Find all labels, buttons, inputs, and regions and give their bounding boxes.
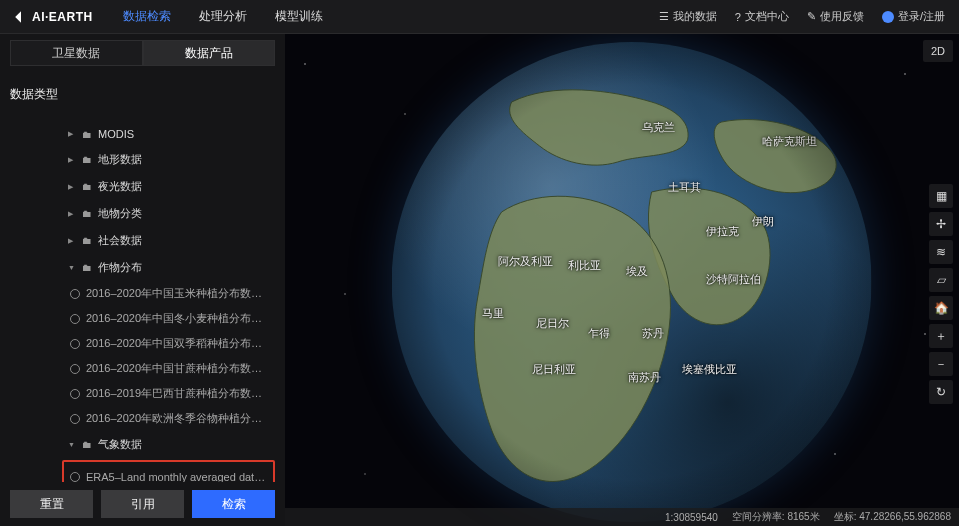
cat-modis[interactable]: ▶🖿MODIS — [66, 122, 275, 146]
folder-icon: 🖿 — [82, 235, 92, 246]
label-ssudan: 南苏丹 — [628, 370, 661, 385]
tool-zoom-in[interactable]: ＋ — [929, 324, 953, 348]
zoom-in-icon: ＋ — [935, 328, 947, 345]
label-libya: 利比亚 — [568, 258, 601, 273]
data-type-label: 数据类型 — [10, 86, 58, 103]
reset-button[interactable]: 重置 — [10, 490, 93, 518]
tool-layers[interactable]: ≋ — [929, 240, 953, 264]
cat-nightlight[interactable]: ▶🖿夜光数据 — [66, 173, 275, 200]
category-tree: ▶🖿MODIS ▶🖿地形数据 ▶🖿夜光数据 ▶🖿地物分类 ▶🖿社会数据 ▼🖿作物… — [0, 122, 285, 482]
radio-icon — [70, 364, 80, 374]
tool-refresh[interactable]: ↻ — [929, 380, 953, 404]
subtab-products[interactable]: 数据产品 — [143, 40, 276, 66]
cat-meteo[interactable]: ▼🖿气象数据 — [66, 431, 275, 458]
status-bar: 1:30859540 空间分辨率: 8165米 坐标: 47.28266,55.… — [285, 508, 959, 526]
topbar-right: ☰我的数据 ?文档中心 ✎使用反馈 登录/注册 — [659, 9, 945, 24]
crop-items: 2016–2020年中国玉米种植分布数据集（裴文平教… 2016–2020年中国… — [68, 281, 275, 431]
list-item[interactable]: 2016–2020年中国双季稻种植分布数据集（裴文平… — [68, 331, 275, 356]
search-button[interactable]: 检索 — [192, 490, 275, 518]
list-item[interactable]: 2016–2020年中国甘蔗种植分布数据集（裴文平教… — [68, 356, 275, 381]
label-algeria: 阿尔及利亚 — [498, 254, 553, 269]
topbar-login[interactable]: 登录/注册 — [882, 9, 945, 24]
globe-icon — [882, 11, 894, 23]
caret-right-icon: ▶ — [68, 210, 76, 218]
caret-right-icon: ▶ — [68, 130, 76, 138]
caret-right-icon: ▶ — [68, 183, 76, 191]
tool-draw[interactable]: ▱ — [929, 268, 953, 292]
sidebar: 卫星数据 数据产品 数据类型 ▶🖿MODIS ▶🖿地形数据 ▶🖿夜光数据 ▶🖿地… — [0, 34, 285, 526]
list-item[interactable]: 2016–2020年欧洲冬季谷物种植分布数据集（裴文… — [68, 406, 275, 431]
label-iran: 伊朗 — [752, 214, 774, 229]
cat-landcover[interactable]: ▶🖿地物分类 — [66, 200, 275, 227]
view-toggle-2d[interactable]: 2D — [923, 40, 953, 62]
feedback-icon: ✎ — [807, 10, 816, 23]
radio-icon — [70, 314, 80, 324]
fullscreen-icon: ✢ — [936, 217, 946, 231]
cite-button[interactable]: 引用 — [101, 490, 184, 518]
folder-icon: 🖿 — [82, 154, 92, 165]
list-item[interactable]: ERA5–Land monthly averaged data by hour … — [68, 466, 269, 482]
logo-icon — [14, 10, 28, 24]
label-mali: 马里 — [482, 306, 504, 321]
nav-train[interactable]: 模型训练 — [275, 8, 323, 25]
bottom-actions: 重置 引用 检索 — [0, 482, 285, 526]
logo: AI·EARTH — [14, 10, 93, 24]
label-sudan: 苏丹 — [642, 326, 664, 341]
caret-right-icon: ▶ — [68, 237, 76, 245]
label-kazakhstan: 哈萨克斯坦 — [762, 134, 817, 149]
refresh-icon: ↻ — [936, 385, 946, 399]
nav-process[interactable]: 处理分析 — [199, 8, 247, 25]
label-saudi: 沙特阿拉伯 — [706, 272, 761, 287]
zoom-out-icon: － — [935, 356, 947, 373]
label-turkey: 土耳其 — [668, 180, 701, 195]
main-nav: 数据检索 处理分析 模型训练 — [123, 8, 659, 25]
tool-grid[interactable]: ▦ — [929, 184, 953, 208]
topbar-mydata[interactable]: ☰我的数据 — [659, 9, 717, 24]
map-toolbox: ▦ ✢ ≋ ▱ 🏠 ＋ － ↻ — [929, 184, 953, 404]
cat-social[interactable]: ▶🖿社会数据 — [66, 227, 275, 254]
landmass-overlay — [392, 42, 872, 522]
map-viewport[interactable]: 乌克兰 哈萨克斯坦 土耳其 伊朗 伊拉克 沙特阿拉伯 埃及 利比亚 阿尔及利亚 … — [285, 34, 959, 526]
folder-icon: 🖿 — [82, 208, 92, 219]
cat-terrain[interactable]: ▶🖿地形数据 — [66, 146, 275, 173]
help-icon: ? — [735, 11, 741, 23]
status-coords: 坐标: 47.28266,55.962868 — [834, 510, 951, 524]
caret-right-icon: ▶ — [68, 156, 76, 164]
tool-home[interactable]: 🏠 — [929, 296, 953, 320]
folder-icon: 🖿 — [82, 439, 92, 450]
label-niger: 尼日尔 — [536, 316, 569, 331]
radio-icon — [70, 472, 80, 482]
subtab-satellite[interactable]: 卫星数据 — [10, 40, 143, 66]
subtabs: 卫星数据 数据产品 — [0, 34, 285, 72]
list-item[interactable]: 2016–2019年巴西甘蔗种植分布数据集（裴拉文… — [68, 381, 275, 406]
tool-zoom-out[interactable]: － — [929, 352, 953, 376]
topbar-docs[interactable]: ?文档中心 — [735, 9, 789, 24]
meteo-items-highlight: ERA5–Land monthly averaged data by hour … — [62, 460, 275, 482]
status-scale: 1:30859540 — [665, 512, 718, 523]
topbar-feedback[interactable]: ✎使用反馈 — [807, 9, 864, 24]
draw-icon: ▱ — [937, 273, 946, 287]
label-iraq: 伊拉克 — [706, 224, 739, 239]
tool-fullscreen[interactable]: ✢ — [929, 212, 953, 236]
caret-down-icon: ▼ — [68, 264, 76, 271]
list-icon: ☰ — [659, 10, 669, 23]
folder-icon: 🖿 — [82, 129, 92, 140]
label-chad: 乍得 — [588, 326, 610, 341]
app-header: AI·EARTH 数据检索 处理分析 模型训练 ☰我的数据 ?文档中心 ✎使用反… — [0, 0, 959, 34]
list-item[interactable]: 2016–2020年中国冬小麦种植分布数据集（裴文平… — [68, 306, 275, 331]
cat-crop[interactable]: ▼🖿作物分布 — [66, 254, 275, 281]
radio-icon — [70, 289, 80, 299]
label-ukraine: 乌克兰 — [642, 120, 675, 135]
label-egypt: 埃及 — [626, 264, 648, 279]
radio-icon — [70, 339, 80, 349]
status-resolution: 空间分辨率: 8165米 — [732, 510, 820, 524]
folder-icon: 🖿 — [82, 181, 92, 192]
logo-text: AI·EARTH — [32, 10, 93, 24]
label-ethiopia: 埃塞俄比亚 — [682, 362, 737, 377]
home-icon: 🏠 — [934, 301, 949, 315]
caret-down-icon: ▼ — [68, 441, 76, 448]
nav-data-search[interactable]: 数据检索 — [123, 8, 171, 25]
list-item[interactable]: 2016–2020年中国玉米种植分布数据集（裴文平教… — [68, 281, 275, 306]
radio-icon — [70, 414, 80, 424]
earth-globe[interactable]: 乌克兰 哈萨克斯坦 土耳其 伊朗 伊拉克 沙特阿拉伯 埃及 利比亚 阿尔及利亚 … — [392, 42, 872, 522]
